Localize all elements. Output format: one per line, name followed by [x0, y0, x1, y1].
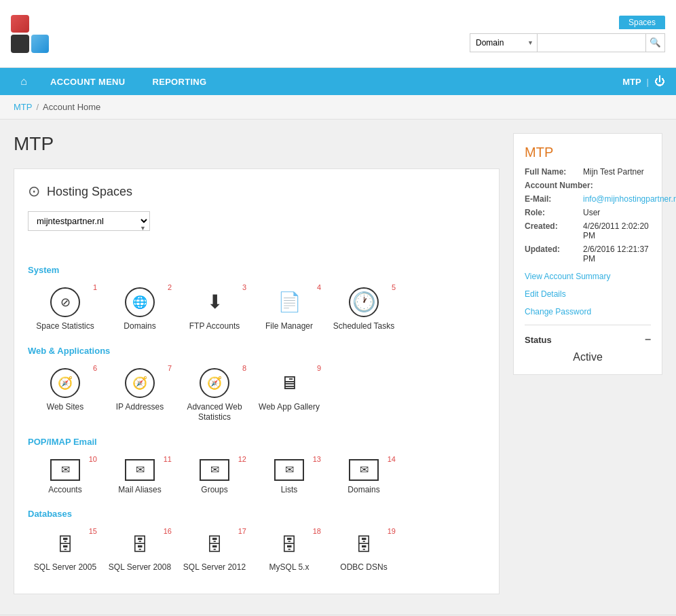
item-web-sites[interactable]: 6 🧭 Web Sites: [28, 361, 102, 430]
item-web-app-gallery[interactable]: 9 🖥 Web App Gallery: [252, 361, 326, 430]
fullname-val: Mijn Test Partner: [583, 167, 644, 177]
role-key: Role:: [525, 208, 579, 217]
account-key: Account Number:: [525, 181, 593, 190]
panel-email-row: E-Mail: info@mijnhostingpartner.n...: [525, 194, 651, 204]
search-icon: 🔍: [650, 37, 661, 48]
page-title: MTP: [14, 133, 500, 155]
item-sql-2008[interactable]: 16 🗄 SQL Server 2008: [102, 524, 177, 580]
search-row: Domain 🔍: [470, 33, 665, 52]
space-select-wrap: mijntestpartner.nl: [28, 211, 150, 244]
logo-q2: [31, 15, 50, 33]
breadcrumb-current: Account Home: [43, 102, 100, 112]
home-nav-icon[interactable]: ⌂: [11, 68, 37, 95]
nav-reporting[interactable]: REPORTING: [138, 68, 220, 95]
nav-pipe: |: [647, 77, 649, 87]
power-icon[interactable]: ⏻: [654, 75, 665, 88]
domain-select-wrap: Domain: [470, 33, 538, 52]
system-icon-grid: 1 ⊘ Space Statistics 2 🌐 Domains 3 ⬇ FTP…: [28, 280, 485, 339]
updated-key: Updated:: [525, 244, 579, 264]
domain-select[interactable]: Domain: [470, 33, 538, 52]
panel-role-row: Role: User: [525, 208, 651, 217]
logo-q1: [11, 15, 29, 33]
section-db-label: Databases: [28, 509, 485, 519]
card-header: ⊙ Hosting Spaces: [28, 183, 485, 200]
item-domains[interactable]: 2 🌐 Domains: [102, 280, 177, 339]
item-mail-aliases[interactable]: 11 ✉ Mail Aliases: [102, 452, 177, 503]
status-value: Active: [525, 351, 651, 363]
section-web-label: Web & Applications: [28, 346, 485, 356]
panel-account-row: Account Number:: [525, 181, 651, 190]
logo-area: [11, 15, 49, 53]
item-sql-2005[interactable]: 15 🗄 SQL Server 2005: [28, 524, 102, 580]
created-val: 4/26/2011 2:02:20 PM: [583, 221, 651, 240]
email-val: info@mijnhostingpartner.n...: [583, 194, 676, 204]
search-button[interactable]: 🔍: [646, 33, 665, 52]
web-icon-grid: 6 🧭 Web Sites 7 🧭 IP Addresses 8 🧭 Advan…: [28, 361, 485, 430]
search-area: Spaces Domain 🔍: [470, 16, 665, 52]
hosting-spaces-title: Hosting Spaces: [47, 185, 132, 199]
item-ip-addresses[interactable]: 7 🧭 IP Addresses: [102, 361, 177, 430]
item-advanced-web-stats[interactable]: 8 🧭 Advanced Web Statistics: [177, 361, 252, 430]
nav-bar: ⌂ ACCOUNT MENU REPORTING MTP | ⏻: [0, 68, 676, 95]
hosting-spaces-card: ⊙ Hosting Spaces mijntestpartner.nl Syst…: [14, 168, 500, 594]
change-password-link[interactable]: Change Password: [525, 307, 651, 316]
main-wrapper: MTP ⊙ Hosting Spaces mijntestpartner.nl …: [0, 120, 676, 615]
status-header: Status −: [525, 333, 651, 346]
breadcrumb: MTP / Account Home: [0, 95, 676, 120]
updated-val: 2/6/2016 12:21:37 PM: [583, 244, 651, 264]
item-email-domains[interactable]: 14 ✉ Domains: [326, 452, 401, 503]
nav-right: MTP | ⏻: [622, 75, 665, 88]
status-collapse-button[interactable]: −: [645, 333, 651, 346]
item-file-manager[interactable]: 4 📄 File Manager: [252, 280, 326, 339]
created-key: Created:: [525, 221, 579, 240]
right-panel: MTP Full Name: Mijn Test Partner Account…: [513, 133, 662, 601]
section-system-label: System: [28, 265, 485, 275]
item-sql-2012[interactable]: 17 🗄 SQL Server 2012: [177, 524, 252, 580]
role-val: User: [583, 208, 600, 217]
panel-fullname-row: Full Name: Mijn Test Partner: [525, 167, 651, 177]
spaces-tab[interactable]: Spaces: [619, 16, 665, 29]
home-icon: ⌂: [20, 75, 27, 88]
search-input[interactable]: [538, 33, 646, 52]
db-icon-grid: 15 🗄 SQL Server 2005 16 🗄 SQL Server 200…: [28, 524, 485, 580]
logo: [11, 15, 49, 53]
panel-created-row: Created: 4/26/2011 2:02:20 PM: [525, 221, 651, 240]
breadcrumb-sep: /: [36, 102, 39, 112]
top-bar: Spaces Domain 🔍: [0, 0, 676, 68]
logo-q3: [11, 35, 29, 53]
panel-card: MTP Full Name: Mijn Test Partner Account…: [513, 133, 662, 375]
view-account-summary-link[interactable]: View Account Summary: [525, 272, 651, 281]
item-accounts[interactable]: 10 ✉ Accounts: [28, 452, 102, 503]
item-groups[interactable]: 12 ✉ Groups: [177, 452, 252, 503]
nav-left: ⌂ ACCOUNT MENU REPORTING: [11, 68, 220, 95]
fullname-key: Full Name:: [525, 167, 579, 177]
nav-user: MTP: [622, 77, 641, 87]
section-email-label: POP/IMAP Email: [28, 437, 485, 447]
item-lists[interactable]: 13 ✉ Lists: [252, 452, 326, 503]
item-odbc[interactable]: 19 🗄 ODBC DSNs: [326, 524, 401, 580]
breadcrumb-mtp[interactable]: MTP: [14, 102, 32, 112]
item-scheduled-tasks[interactable]: 5 🕐 Scheduled Tasks: [326, 280, 401, 339]
space-select[interactable]: mijntestpartner.nl: [28, 211, 150, 231]
panel-divider: [525, 325, 651, 325]
logo-q4: [31, 35, 50, 53]
item-ftp-accounts[interactable]: 3 ⬇ FTP Accounts: [177, 280, 252, 339]
item-mysql[interactable]: 18 🗄 MySQL 5.x: [252, 524, 326, 580]
status-label: Status: [525, 335, 552, 345]
panel-updated-row: Updated: 2/6/2016 12:21:37 PM: [525, 244, 651, 264]
nav-account-menu[interactable]: ACCOUNT MENU: [37, 68, 138, 95]
edit-details-link[interactable]: Edit Details: [525, 289, 651, 299]
hosting-spaces-icon: ⊙: [28, 183, 40, 200]
item-space-statistics[interactable]: 1 ⊘ Space Statistics: [28, 280, 102, 339]
email-key: E-Mail:: [525, 194, 579, 204]
content-area: MTP ⊙ Hosting Spaces mijntestpartner.nl …: [14, 133, 500, 601]
email-icon-grid: 10 ✉ Accounts 11 ✉ Mail Aliases 12 ✉ Gro…: [28, 452, 485, 503]
panel-title: MTP: [525, 145, 651, 160]
